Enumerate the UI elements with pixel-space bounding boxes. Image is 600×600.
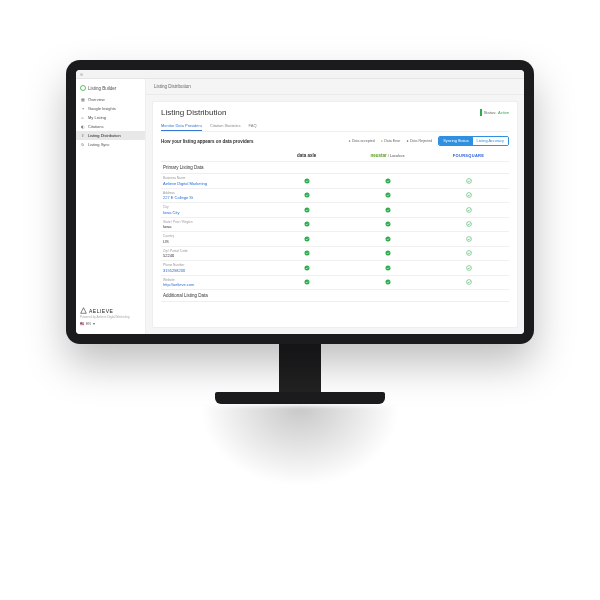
- status-cell: [428, 261, 509, 276]
- status-cell: [428, 203, 509, 218]
- agency-logo: AELIEVE: [80, 307, 141, 314]
- table-row: CountryUS: [161, 232, 266, 247]
- imac-mockup: Listing Builder ▦Overview ⌖Google Insigh…: [66, 60, 534, 486]
- screen: Listing Builder ▦Overview ⌖Google Insigh…: [76, 70, 524, 334]
- svg-point-7: [385, 207, 390, 212]
- check-circle-outline-icon: [466, 265, 472, 271]
- tab-citation-statistics[interactable]: Citation Statistics: [210, 121, 241, 131]
- toggle-listing-accuracy[interactable]: Listing Accuracy: [473, 137, 508, 145]
- legend-label: Data Error: [384, 139, 400, 143]
- brand-text: Listing Builder: [88, 86, 116, 91]
- svg-point-10: [385, 222, 390, 227]
- status-bar-icon: [480, 109, 482, 116]
- svg-point-5: [466, 193, 471, 198]
- field-value: Iowa: [163, 224, 192, 229]
- section-primary-listing-data: Primary Listing Data: [161, 162, 509, 174]
- field-value: 52240: [163, 253, 187, 258]
- sidebar-item-label: Listing Sync: [88, 142, 110, 147]
- tab-monitor-data-providers[interactable]: Monitor Data Providers: [161, 121, 202, 131]
- brand-swirl-icon: [80, 85, 86, 91]
- table-row: State / Prov / RegionIowa: [161, 218, 266, 233]
- status-cell: [428, 174, 509, 189]
- monitor-bezel: Listing Builder ▦Overview ⌖Google Insigh…: [66, 60, 534, 344]
- status-cell: [347, 174, 428, 189]
- sidebar-item-listing-sync[interactable]: ↻Listing Sync: [76, 140, 145, 149]
- svg-point-18: [304, 265, 309, 270]
- sidebar-item-label: Citations: [88, 124, 104, 129]
- language-selector[interactable]: 🇺🇸 EN ▾: [80, 322, 141, 326]
- check-circle-outline-icon: [466, 192, 472, 198]
- grid-icon: ▦: [80, 97, 85, 102]
- status-cell: [347, 247, 428, 262]
- field-value: 3195298200: [163, 268, 185, 273]
- svg-point-2: [466, 178, 471, 183]
- status-indicator: Status: Active: [480, 109, 509, 116]
- legend-error: ●Data Error: [381, 139, 401, 143]
- field-value: http://aelieve.com: [163, 282, 194, 287]
- svg-point-21: [304, 280, 309, 285]
- status-cell: [266, 232, 347, 247]
- check-circle-icon: [304, 279, 310, 285]
- status-cell: [347, 232, 428, 247]
- sidebar-item-listing-distribution[interactable]: ⇪Listing Distribution: [76, 131, 145, 140]
- svg-point-6: [304, 207, 309, 212]
- check-circle-outline-icon: [466, 279, 472, 285]
- field-label: Phone Number: [163, 263, 185, 267]
- sidebar-item-label: Overview: [88, 97, 105, 102]
- svg-point-17: [466, 251, 471, 256]
- check-circle-icon: [385, 265, 391, 271]
- main-content: Listing Distribution Listing Distributio…: [146, 79, 524, 334]
- svg-point-22: [385, 280, 390, 285]
- table-row: Business NameAelieve Digital Marketing: [161, 174, 266, 189]
- status-value: Active: [498, 110, 509, 115]
- field-value: Aelieve Digital Marketing: [163, 181, 207, 186]
- app-frame: Listing Builder ▦Overview ⌖Google Insigh…: [76, 79, 524, 334]
- check-circle-outline-icon: [466, 236, 472, 242]
- field-value: 227 E College St: [163, 195, 193, 200]
- table-row: Address227 E College St: [161, 189, 266, 204]
- sidebar-item-citations[interactable]: ◐Citations: [76, 122, 145, 131]
- field-value: US: [163, 239, 174, 244]
- field-value: Iowa City: [163, 210, 179, 215]
- breadcrumb: Listing Distribution: [146, 79, 524, 95]
- provider-grid: data axle neustar/ Localeze FOURSQUARE P…: [161, 150, 509, 302]
- view-toggle: Syncing Status Listing Accuracy: [438, 136, 509, 146]
- status-cell: [347, 218, 428, 233]
- provider-neustar: neustar/ Localeze: [347, 150, 428, 162]
- check-circle-outline-icon: [466, 207, 472, 213]
- svg-point-16: [385, 251, 390, 256]
- store-icon: ⌂: [80, 115, 85, 120]
- check-circle-icon: [304, 265, 310, 271]
- field-label: Address: [163, 191, 193, 195]
- svg-point-15: [304, 251, 309, 256]
- subheader-row: How your listing appears on data provide…: [161, 136, 509, 146]
- svg-point-1: [385, 178, 390, 183]
- monitor-neck: [279, 344, 321, 392]
- toggle-syncing-status[interactable]: Syncing Status: [439, 137, 472, 145]
- tab-faq[interactable]: FAQ: [249, 121, 257, 131]
- svg-point-19: [385, 265, 390, 270]
- status-cell: [428, 276, 509, 291]
- globe-icon: ◐: [80, 124, 85, 129]
- window-titlebar: [76, 70, 524, 79]
- status-cell: [428, 247, 509, 262]
- check-circle-icon: [385, 236, 391, 242]
- status-cell: [266, 247, 347, 262]
- status-cell: [266, 203, 347, 218]
- check-circle-icon: [385, 178, 391, 184]
- sidebar-item-google-insights[interactable]: ⌖Google Insights: [76, 104, 145, 113]
- status-cell: [347, 276, 428, 291]
- app-brand: Listing Builder: [76, 83, 145, 95]
- sidebar-item-overview[interactable]: ▦Overview: [76, 95, 145, 104]
- sidebar-item-my-listing[interactable]: ⌂My Listing: [76, 113, 145, 122]
- status-label: Status:: [484, 110, 496, 115]
- check-circle-icon: [385, 250, 391, 256]
- monitor-base: [215, 392, 385, 404]
- table-row: Websitehttp://aelieve.com: [161, 276, 266, 291]
- field-label: State / Prov / Region: [163, 220, 192, 224]
- legend-label: Data accepted: [352, 139, 375, 143]
- table-row: Phone Number3195298200: [161, 261, 266, 276]
- status-cell: [347, 189, 428, 204]
- check-circle-outline-icon: [466, 178, 472, 184]
- powered-by-text: Powered by Aelieve Digital Marketing: [80, 315, 141, 319]
